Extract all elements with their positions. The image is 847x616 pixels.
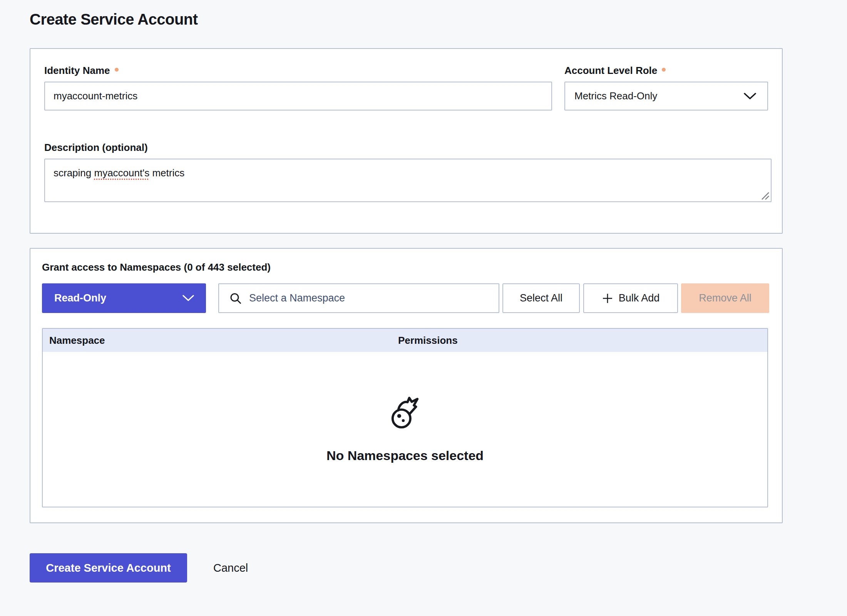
resize-handle-icon[interactable] xyxy=(760,190,770,200)
required-dot xyxy=(115,68,119,72)
page-title: Create Service Account xyxy=(30,11,198,28)
namespace-search-input[interactable] xyxy=(249,292,492,304)
account-level-role-label: Account Level Role xyxy=(564,65,768,76)
required-dot xyxy=(662,68,666,72)
bulk-add-button[interactable]: Bulk Add xyxy=(583,283,678,313)
column-header-permissions: Permissions xyxy=(398,335,767,346)
namespace-table-body: No Namespaces selected xyxy=(43,352,767,507)
description-label: Description (optional) xyxy=(44,142,768,153)
permission-level-dropdown[interactable]: Read-Only xyxy=(42,283,206,313)
misspelled-word: myaccount's xyxy=(94,167,150,179)
create-service-account-button[interactable]: Create Service Account xyxy=(30,553,187,583)
empty-state-message: No Namespaces selected xyxy=(326,448,484,463)
cancel-button[interactable]: Cancel xyxy=(213,562,248,574)
remove-all-button[interactable]: Remove All xyxy=(681,283,769,313)
footer-actions: Create Service Account Cancel xyxy=(30,553,248,583)
namespaces-card: Grant access to Namespaces (0 of 443 sel… xyxy=(30,248,783,523)
identity-name-label: Identity Name xyxy=(44,65,552,76)
select-all-button[interactable]: Select All xyxy=(502,283,580,313)
chevron-down-icon xyxy=(182,295,194,302)
column-header-namespace: Namespace xyxy=(43,335,398,346)
namespaces-heading: Grant access to Namespaces (0 of 443 sel… xyxy=(42,261,770,273)
namespace-table: Namespace Permissions No Namespaces sele… xyxy=(42,328,768,507)
comet-icon xyxy=(387,396,423,431)
search-icon xyxy=(229,292,242,305)
identity-card: Identity Name Account Level Role Metrics… xyxy=(30,48,783,234)
namespace-search[interactable] xyxy=(218,283,499,313)
namespace-table-header: Namespace Permissions xyxy=(43,329,767,352)
chevron-down-icon xyxy=(743,92,757,100)
plus-icon xyxy=(602,293,613,304)
account-level-role-select[interactable]: Metrics Read-Only xyxy=(564,82,768,110)
namespaces-toolbar: Read-Only Select All Bulk Add Remove All xyxy=(42,283,770,313)
description-textarea[interactable]: scraping myaccount's metrics xyxy=(44,159,772,202)
identity-name-input[interactable] xyxy=(44,82,552,110)
